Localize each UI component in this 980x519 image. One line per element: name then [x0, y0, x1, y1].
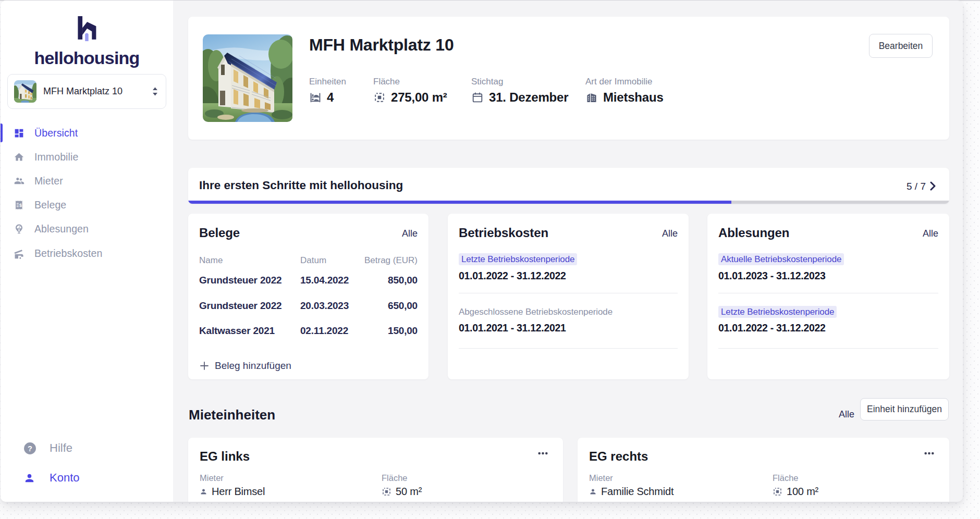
svg-text:?: ? [28, 444, 32, 452]
svg-text:$: $ [19, 203, 22, 208]
